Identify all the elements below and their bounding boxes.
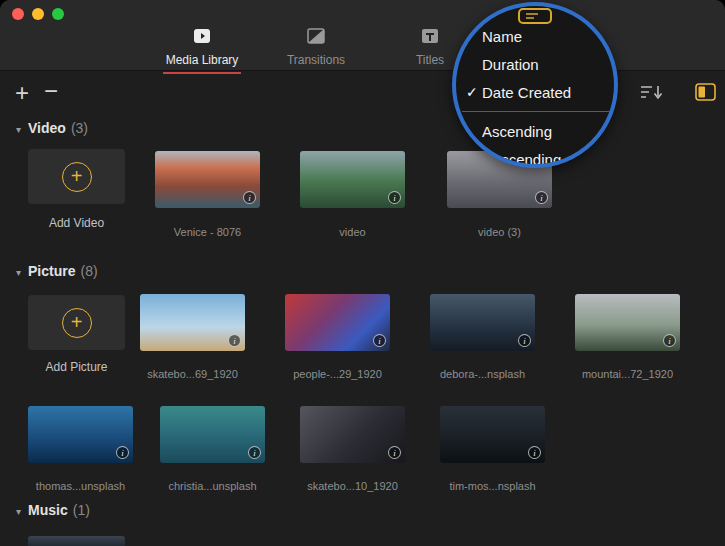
remove-media-button[interactable]: −: [44, 79, 58, 103]
thumbnail-picture[interactable]: i: [440, 406, 545, 463]
minimize-button[interactable]: [32, 8, 44, 20]
tab-label: Media Library: [166, 53, 239, 67]
add-video-label: Add Video: [28, 216, 125, 230]
info-icon[interactable]: i: [243, 191, 256, 204]
section-header-music: ▾Music(1): [16, 502, 90, 518]
thumbnail-picture[interactable]: i: [28, 406, 133, 463]
thumbnail-label: tim-mos...nsplash: [423, 480, 562, 492]
tab-media-library[interactable]: Media Library: [152, 26, 252, 74]
section-count: (1): [73, 502, 90, 518]
thumbnail-picture[interactable]: i: [575, 294, 680, 351]
thumbnail-music[interactable]: [28, 536, 125, 546]
menu-item-ascending[interactable]: Ascending: [460, 117, 614, 145]
thumbnail-label: christia...unsplash: [143, 480, 282, 492]
thumbnail-video[interactable]: i: [155, 151, 260, 208]
menu-item-duration[interactable]: Duration: [460, 50, 614, 78]
thumbnail-label: Venice - 8076: [138, 226, 277, 238]
menu-item-label: Ascending: [482, 123, 552, 140]
titles-icon: [419, 26, 441, 50]
menu-item-date-created[interactable]: ✓ Date Created: [460, 78, 614, 106]
app-window: Media Library Transitions Titles + −: [0, 0, 725, 546]
plus-circle-icon: +: [62, 162, 92, 192]
thumbnail-label: skatebo...69_1920: [123, 368, 262, 380]
media-panel-toggle-button[interactable]: [695, 83, 716, 105]
plus-circle-icon: +: [62, 308, 92, 338]
section-title: Music: [28, 502, 68, 518]
menu-item-name[interactable]: Name: [460, 22, 614, 50]
menu-separator: [462, 111, 612, 112]
tab-bar: Media Library Transitions Titles: [152, 26, 480, 74]
info-icon[interactable]: i: [518, 334, 531, 347]
info-icon[interactable]: i: [116, 446, 129, 459]
thumbnail-picture[interactable]: i: [285, 294, 390, 351]
active-tab-underline: [163, 72, 241, 74]
menu-item-label: Name: [482, 28, 522, 45]
zoom-button[interactable]: [52, 8, 64, 20]
section-title: Video: [28, 120, 66, 136]
titlebar: Media Library Transitions Titles: [0, 0, 725, 71]
section-header-video: ▾Video(3): [16, 120, 88, 136]
info-icon[interactable]: i: [535, 191, 548, 204]
section-header-picture: ▾Picture(8): [16, 263, 98, 279]
media-library-icon: [191, 26, 213, 50]
thumbnail-picture[interactable]: i: [300, 406, 405, 463]
sort-button[interactable]: [638, 83, 664, 105]
section-count: (8): [81, 263, 98, 279]
info-icon[interactable]: i: [663, 334, 676, 347]
menu-item-label: Date Created: [482, 84, 571, 101]
thumbnail-label: debora-...nsplash: [413, 368, 552, 380]
sort-menu-callout: Name Duration ✓ Date Created Ascending ✓…: [452, 2, 618, 168]
menu-item-label: Duration: [482, 56, 539, 73]
add-picture-button[interactable]: +: [28, 295, 125, 350]
disclosure-triangle-icon[interactable]: ▾: [16, 506, 21, 517]
thumbnail-video[interactable]: i: [300, 151, 405, 208]
info-icon[interactable]: i: [373, 334, 386, 347]
section-title: Picture: [28, 263, 75, 279]
info-icon[interactable]: i: [248, 446, 261, 459]
add-video-button[interactable]: +: [28, 149, 125, 204]
thumbnail-picture[interactable]: i: [140, 294, 245, 351]
sort-menu: Name Duration ✓ Date Created Ascending ✓…: [460, 22, 614, 168]
transitions-icon: [305, 26, 327, 50]
add-picture-label: Add Picture: [28, 360, 125, 374]
thumbnail-label: video (3): [430, 226, 569, 238]
info-icon[interactable]: i: [528, 446, 541, 459]
add-media-button[interactable]: +: [15, 81, 29, 105]
section-count: (3): [71, 120, 88, 136]
info-icon[interactable]: i: [228, 334, 241, 347]
info-icon[interactable]: i: [388, 191, 401, 204]
tab-label: Titles: [416, 53, 444, 67]
thumbnail-label: thomas...unsplash: [11, 480, 150, 492]
info-icon[interactable]: i: [388, 446, 401, 459]
thumbnail-label: skatebo...10_1920: [283, 480, 422, 492]
thumbnail-picture[interactable]: i: [160, 406, 265, 463]
thumbnail-label: people-...29_1920: [268, 368, 407, 380]
thumbnail-label: video: [283, 226, 422, 238]
tab-label: Transitions: [287, 53, 345, 67]
tab-transitions[interactable]: Transitions: [266, 26, 366, 74]
disclosure-triangle-icon[interactable]: ▾: [16, 267, 21, 278]
disclosure-triangle-icon[interactable]: ▾: [16, 124, 21, 135]
thumbnail-label: mountai...72_1920: [558, 368, 697, 380]
thumbnail-picture[interactable]: i: [430, 294, 535, 351]
close-button[interactable]: [12, 8, 24, 20]
checkmark-icon: ✓: [460, 84, 482, 100]
